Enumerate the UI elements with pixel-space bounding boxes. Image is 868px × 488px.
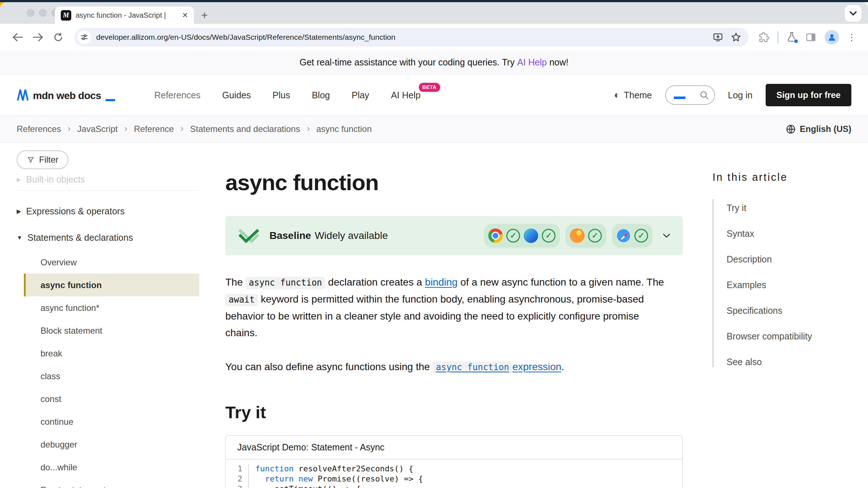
nav-item-references[interactable]: References [154, 90, 200, 100]
sidebar-item-async-function[interactable]: async function* [24, 296, 199, 319]
sidebar-item-label: async function* [41, 303, 99, 313]
side-panel-icon [805, 32, 817, 43]
edge-icon [524, 228, 538, 243]
text: of a new async function to a given name.… [458, 277, 664, 288]
nav-item-ai-help[interactable]: AI HelpBETA [391, 90, 421, 100]
sidebar-item-label: break [41, 348, 62, 359]
browser-toolbar: developer.allizom.org/en-US/docs/Web/Jav… [0, 24, 868, 51]
breadcrumb-item-reference[interactable]: Reference [134, 124, 174, 134]
reload-button[interactable] [50, 32, 67, 42]
code-editor[interactable]: 1function resolveAfter2Seconds() {2 retu… [226, 459, 682, 488]
sidebar-item-break[interactable]: break [24, 342, 199, 365]
sidebar-section-expressions-operators[interactable]: ▶ Expressions & operators [17, 206, 199, 217]
search-input[interactable] [665, 85, 715, 105]
tab-search-button[interactable] [845, 5, 861, 22]
experiments-button[interactable] [786, 31, 797, 43]
tune-icon [80, 33, 89, 42]
theme-label: Theme [624, 90, 652, 100]
nav-item-play[interactable]: Play [352, 90, 369, 100]
check-icon: ✓ [542, 229, 556, 243]
toc-item-syntax[interactable]: Syntax [714, 228, 851, 239]
sidebar-item-class[interactable]: class [24, 365, 199, 388]
theme-toggle[interactable]: ◐ Theme [614, 89, 652, 101]
toc-item-specifications[interactable]: Specifications [714, 305, 851, 316]
chrome-icon [488, 228, 503, 243]
install-page-button[interactable] [712, 32, 723, 42]
language-switcher[interactable]: English (US) [786, 124, 851, 134]
login-link[interactable]: Log in [728, 90, 753, 100]
window-controls [27, 9, 59, 17]
sidebar-section-built-in-objects[interactable]: ▶ Built-in objects [17, 174, 199, 185]
mdn-logo[interactable]: mdn web docs [17, 89, 115, 101]
collapsed-triangle-icon: ▶ [17, 176, 21, 183]
text: keyword is permitted within the function… [225, 294, 644, 338]
nav-item-guides[interactable]: Guides [222, 90, 251, 100]
ai-help-link[interactable]: AI Help [517, 57, 547, 68]
breadcrumb-item-async-function[interactable]: async function [316, 124, 371, 134]
toc-item-examples[interactable]: Examples [714, 280, 851, 290]
toc-list: Try itSyntaxDescriptionExamplesSpecifica… [712, 199, 851, 367]
line-number: 1 [226, 464, 249, 474]
text: . [561, 361, 564, 372]
line-number: 3 [226, 484, 249, 488]
browser-tab[interactable]: M async function - JavaScript | ✕ [55, 7, 194, 24]
header-right: ◐ Theme Log in Sign up for free [614, 84, 851, 106]
sidebar-item-block-statement[interactable]: Block statement [24, 319, 199, 342]
minimize-window-button[interactable] [39, 9, 47, 17]
sidebar-item-const[interactable]: const [24, 388, 199, 410]
nav-item-blog[interactable]: Blog [312, 90, 330, 100]
toc-item-description[interactable]: Description [714, 254, 851, 265]
browser-menu-button[interactable]: ⋮ [847, 32, 856, 43]
sidebar-item-empty-statement[interactable]: Empty statement [24, 479, 199, 488]
sidebar-items: Overviewasync functionasync function*Blo… [17, 251, 199, 488]
breadcrumb-item-references[interactable]: References [17, 124, 61, 134]
sidebar-item-label: debugger [41, 440, 77, 450]
breadcrumb-bar: References›JavaScript›Reference›Statemen… [0, 116, 868, 142]
profile-avatar[interactable] [825, 30, 839, 44]
bookmark-button[interactable] [731, 32, 741, 43]
close-tab-icon[interactable]: ✕ [182, 11, 188, 20]
signup-button[interactable]: Sign up for free [766, 84, 851, 106]
globe-icon [786, 124, 796, 134]
sidebar-item-overview[interactable]: Overview [24, 251, 199, 274]
baseline-browsers: ✓ ✓ ✓ ✓ [484, 224, 671, 248]
baseline-banner[interactable]: BaselineWidely available ✓ ✓ ✓ ✓ [225, 216, 683, 255]
language-label: English (US) [800, 124, 851, 134]
sidebar-section-label: Expressions & operators [26, 206, 124, 217]
sidebar-item-continue[interactable]: continue [24, 410, 199, 433]
inline-code: async_function [433, 361, 512, 374]
check-icon: ✓ [506, 229, 520, 243]
sidebar-item-debugger[interactable]: debugger [24, 433, 199, 456]
breadcrumb-item-statements-and-declarations[interactable]: Statements and declarations [190, 124, 300, 134]
url-bar[interactable]: developer.allizom.org/en-US/docs/Web/Jav… [75, 28, 749, 47]
toc-item-browser-compatibility[interactable]: Browser compatibility [714, 331, 851, 342]
new-tab-button[interactable]: + [201, 7, 208, 23]
expanded-triangle-icon: ▼ [17, 235, 22, 241]
toc-item-try-it[interactable]: Try it [714, 203, 851, 213]
notification-dot [793, 39, 799, 44]
forward-arrow-icon [33, 32, 43, 42]
baseline-expand-button[interactable] [663, 233, 671, 238]
nav-item-plus[interactable]: Plus [273, 90, 290, 100]
toc-item-see-also[interactable]: See also [714, 357, 851, 367]
breadcrumb-item-javascript[interactable]: JavaScript [77, 124, 118, 134]
baseline-status: Widely available [315, 230, 388, 241]
breadcrumb-separator: › [180, 123, 184, 134]
close-window-button[interactable] [27, 9, 34, 17]
back-button[interactable] [9, 32, 26, 42]
sidebar-section-statements-declarations[interactable]: ▼ Statements & declarations [17, 232, 199, 243]
site-settings-button[interactable] [77, 30, 91, 44]
url-text: developer.allizom.org/en-US/docs/Web/Jav… [96, 33, 707, 42]
forward-button[interactable] [30, 32, 46, 42]
sidebar-item-async-function[interactable]: async function [24, 274, 199, 296]
sidebar-item-label: continue [41, 417, 73, 427]
async-function-expression-link[interactable]: async_functionexpression [433, 361, 561, 372]
filter-button[interactable]: Filter [17, 150, 68, 169]
sidebar-item-label: do...while [41, 462, 77, 472]
sidebar-item-do-while[interactable]: do...while [24, 456, 199, 479]
mdn-header: mdn web docs ReferencesGuidesPlusBlogPla… [0, 74, 868, 116]
extensions-button[interactable] [758, 31, 770, 43]
person-icon [827, 33, 837, 42]
binding-link[interactable]: binding [425, 277, 458, 288]
side-panel-button[interactable] [805, 32, 817, 43]
